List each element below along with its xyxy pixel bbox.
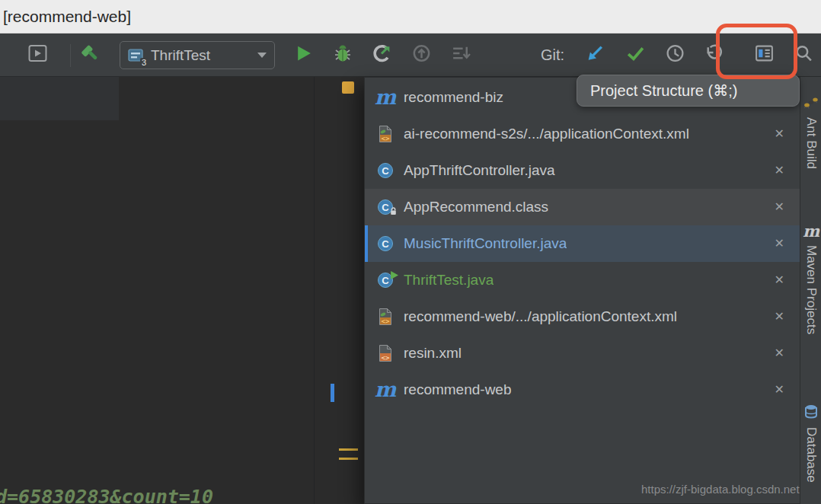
recent-file-row[interactable]: m recommend-web ✕ (365, 372, 800, 408)
error-stripe-dash[interactable] (339, 458, 358, 460)
build-project-button[interactable] (79, 43, 101, 68)
close-icon[interactable]: ✕ (775, 238, 784, 250)
window-title: [recommend-web] (3, 8, 131, 26)
watermark-url: https://zjf-bigdata.blog.csdn.net (641, 483, 800, 496)
build-steps-button-disabled (451, 43, 471, 67)
run-configuration-combo[interactable]: 3 ThriftTest (120, 41, 275, 69)
recent-file-row[interactable]: <> resin.xml ✕ (365, 335, 800, 372)
window-title-bar: [recommend-web] (0, 0, 821, 33)
maven-icon: m (803, 223, 819, 240)
recent-files-popup: m recommend-biz <> ai-recommend-s2s/.../… (364, 77, 800, 504)
hammer-icon (79, 43, 101, 68)
list-arrow-icon (451, 43, 471, 67)
main-toolbar: 3 ThriftTest (0, 33, 821, 77)
history-button[interactable] (665, 43, 685, 67)
clock-icon (665, 43, 685, 67)
svg-text:<>: <> (382, 354, 390, 362)
right-tool-window-bar: Ant Build m Maven Projects Database (800, 77, 821, 504)
svg-text:<>: <> (382, 317, 390, 325)
profiler-button-disabled (411, 43, 432, 67)
project-structure-tooltip: Project Structure (⌘;) (577, 75, 800, 107)
java-class-readonly-icon: C (375, 199, 395, 215)
git-commit-button[interactable] (625, 43, 646, 67)
ide-window: [recommend-web] 3 ThriftTest (0, 0, 821, 504)
tool-window-database[interactable]: Database (800, 404, 821, 483)
chevron-down-icon (257, 53, 267, 58)
close-icon[interactable]: ✕ (775, 274, 784, 286)
module-count-badge: 3 (140, 58, 148, 67)
debug-button[interactable] (332, 43, 353, 67)
run-play-icon (294, 44, 313, 66)
project-structure-button[interactable] (754, 43, 775, 67)
update-arrow-icon (585, 43, 605, 67)
close-icon[interactable]: ✕ (775, 128, 784, 140)
run-tool-window-button[interactable] (27, 43, 48, 67)
run-button[interactable] (294, 44, 313, 66)
git-label: Git: (541, 46, 564, 64)
tool-window-ant-build[interactable]: Ant Build (800, 95, 821, 169)
search-icon (794, 43, 814, 67)
checkmark-icon (625, 43, 646, 67)
svg-text:C: C (382, 165, 389, 177)
error-stripe-dash[interactable] (339, 448, 358, 451)
search-everywhere-button[interactable] (794, 43, 814, 67)
rollback-button[interactable] (704, 43, 724, 67)
xml-file-icon: <> (375, 344, 395, 362)
svg-text:<>: <> (382, 135, 390, 142)
ant-icon (803, 95, 819, 112)
rollback-icon (704, 43, 724, 67)
run-window-icon (27, 43, 48, 67)
recent-file-row[interactable]: C ThriftTest.java ✕ (365, 262, 800, 298)
recent-file-row[interactable]: <> recommend-web/.../applicationContext.… (365, 298, 800, 335)
maven-module-icon: m (375, 381, 395, 398)
debug-bug-icon (332, 43, 353, 67)
svg-text:C: C (382, 238, 389, 250)
run-config-module-icon: 3 (127, 47, 144, 64)
run-with-coverage-button[interactable] (372, 43, 392, 67)
close-icon[interactable]: ✕ (775, 347, 784, 359)
recent-file-row[interactable]: <> ai-recommend-s2s/.../applicationConte… (365, 116, 800, 152)
recent-file-row-selected[interactable]: C MusicThriftController.java ✕ (365, 225, 800, 262)
close-icon[interactable]: ✕ (775, 164, 784, 177)
svg-text:C: C (382, 202, 389, 213)
editor-tab (0, 77, 119, 120)
java-class-icon: C (375, 235, 395, 252)
coverage-icon (372, 43, 392, 67)
spring-xml-file-icon: <> (375, 125, 395, 143)
java-class-icon: C (375, 162, 395, 179)
lock-icon (389, 205, 398, 219)
tooltip-text: Project Structure (⌘;) (590, 81, 737, 100)
error-stripe-mark[interactable] (342, 81, 354, 94)
toolbar-separator (70, 44, 71, 67)
close-icon[interactable]: ✕ (775, 384, 784, 396)
code-string-fragment: d=65830283&count=10 (0, 486, 213, 504)
database-icon (804, 404, 818, 422)
editor-area[interactable]: d=65830283&count=10 (0, 77, 364, 504)
close-icon[interactable]: ✕ (775, 201, 784, 213)
spring-xml-file-icon: <> (375, 308, 395, 326)
close-icon[interactable]: ✕ (775, 311, 784, 323)
run-overlay-icon (390, 269, 398, 282)
run-config-label: ThriftTest (151, 47, 248, 64)
recent-file-row[interactable]: C AppThriftController.java ✕ (365, 152, 800, 189)
project-structure-icon (754, 43, 775, 67)
tool-window-maven-projects[interactable]: m Maven Projects (800, 223, 821, 334)
scrollbar-caret-mark[interactable] (331, 384, 334, 402)
editor-scrollbar-divider (314, 77, 315, 504)
profiler-icon (411, 43, 432, 67)
git-update-project-button[interactable] (585, 43, 605, 67)
java-class-runnable-icon: C (375, 272, 395, 289)
svg-text:C: C (382, 275, 389, 286)
recent-file-row[interactable]: C AppRecommend.class ✕ (365, 189, 800, 225)
maven-module-icon: m (375, 89, 395, 106)
